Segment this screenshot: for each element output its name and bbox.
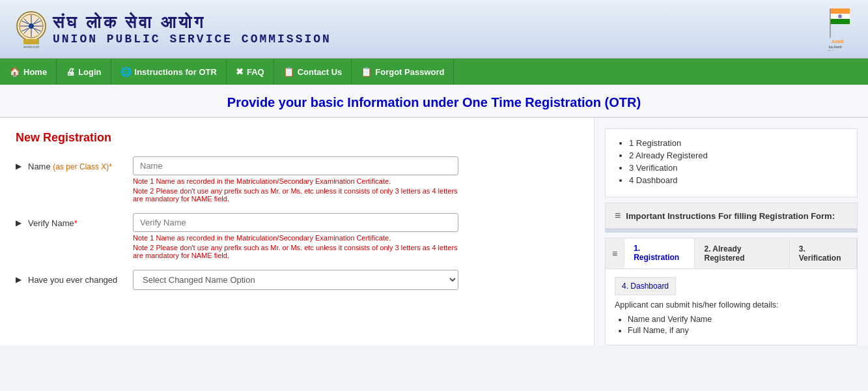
page-heading-section: Provide your basic Information under One… bbox=[0, 85, 868, 118]
svg-rect-15 bbox=[23, 39, 39, 44]
steps-list: 1 Registration 2 Already Registered 3 Ve… bbox=[616, 138, 847, 185]
svg-rect-17 bbox=[830, 8, 850, 14]
tab-content-heading: Applicant can submit his/her following d… bbox=[615, 300, 848, 310]
nav-login[interactable]: 🖨 Login bbox=[57, 59, 111, 85]
navbar: 🏠 Home 🖨 Login 🌐 Instructions for OTR ✖ … bbox=[0, 59, 868, 85]
hindi-title: संघ लोक सेवा आयोग bbox=[53, 13, 858, 33]
form-section-title: New Registration bbox=[16, 131, 578, 145]
contact-icon: 📋 bbox=[283, 66, 294, 77]
tab-verification[interactable]: 3. Verification bbox=[790, 239, 857, 268]
faq-icon: ✖ bbox=[236, 66, 244, 77]
tab-content: 4. Dashboard Applicant can submit his/he… bbox=[605, 268, 858, 345]
tab-hamburger-icon: ≡ bbox=[606, 243, 624, 264]
step-1: 1 Registration bbox=[629, 138, 847, 148]
verify-name-label-col: ▶ Verify Name* bbox=[16, 213, 133, 228]
changed-arrow-icon: ▶ bbox=[16, 275, 21, 284]
print-icon: 🖨 bbox=[66, 66, 75, 77]
changed-name-input-col: Select Changed Name Option bbox=[133, 270, 578, 290]
globe-icon: 🌐 bbox=[120, 66, 132, 77]
form-panel: New Registration ▶ Name (as per Class X)… bbox=[0, 118, 595, 345]
english-title: UNION PUBLIC SERVICE COMMISSION bbox=[53, 33, 858, 46]
name-arrow-icon: ▶ bbox=[16, 162, 21, 171]
step-2: 2 Already Registered bbox=[629, 151, 847, 160]
verify-name-input-col: Note 1 Name as recorded in the Matricula… bbox=[133, 213, 578, 259]
name-field-row: ▶ Name (as per Class X)* Note 1 Name as … bbox=[16, 156, 578, 203]
name-input-col: Note 1 Name as recorded in the Matricula… bbox=[133, 156, 578, 203]
nav-contact[interactable]: 📋 Contact Us bbox=[274, 59, 352, 85]
name-label-col: ▶ Name (as per Class X)* bbox=[16, 156, 133, 171]
tab-dashboard[interactable]: 4. Dashboard bbox=[615, 277, 676, 295]
sidebar-panel: 1 Registration 2 Already Registered 3 Ve… bbox=[595, 118, 868, 345]
name-note-1: Note 1 Name as recorded in the Matricula… bbox=[133, 177, 458, 185]
svg-text:Mahotsav: Mahotsav bbox=[828, 50, 843, 51]
step-3: 3 Verification bbox=[629, 163, 847, 173]
tab-content-item-2: Full Name, if any bbox=[628, 326, 848, 335]
name-input[interactable] bbox=[133, 156, 458, 175]
forgot-icon: 📋 bbox=[361, 66, 372, 77]
svg-text:सत्यमेव जयते: सत्यमेव जयते bbox=[23, 45, 39, 49]
tab-content-item-1: Name and Verify Name bbox=[628, 315, 848, 324]
main-content: New Registration ▶ Name (as per Class X)… bbox=[0, 118, 868, 345]
nav-faq[interactable]: ✖ FAQ bbox=[227, 59, 274, 85]
changed-name-field-row: ▶ Have you ever changed Select Changed N… bbox=[16, 270, 578, 290]
changed-name-label: Have you ever changed bbox=[28, 275, 117, 285]
expand-bar bbox=[605, 229, 858, 233]
changed-name-label-col: ▶ Have you ever changed bbox=[16, 270, 133, 285]
verify-arrow-icon: ▶ bbox=[16, 218, 21, 227]
verify-label: Verify Name* bbox=[28, 218, 77, 228]
svg-text:Azadi: Azadi bbox=[832, 39, 844, 44]
name-label: Name (as per Class X)* bbox=[28, 162, 112, 171]
svg-rect-19 bbox=[830, 19, 850, 24]
header: सत्यमेव जयते संघ लोक सेवा आयोग UNION PUB… bbox=[0, 0, 868, 59]
verify-note-2: Note 2 Please don't use any prefix such … bbox=[133, 244, 458, 259]
home-icon: 🏠 bbox=[9, 66, 20, 77]
step-4: 4 Dashboard bbox=[629, 175, 847, 185]
verify-name-input[interactable] bbox=[133, 213, 458, 232]
tab-already-registered[interactable]: 2. Already Registered bbox=[695, 239, 789, 268]
name-note-2: Note 2 Please don't use any prefix such … bbox=[133, 187, 458, 203]
svg-text:ka Amrit: ka Amrit bbox=[829, 45, 842, 49]
emblem-icon: सत्यमेव जयते bbox=[10, 8, 53, 50]
tabs-row: ≡ 1. Registration 2. Already Registered … bbox=[605, 238, 858, 268]
name-hint: (as per Class X)* bbox=[53, 162, 112, 171]
tab-content-list: Name and Verify Name Full Name, if any bbox=[615, 315, 848, 335]
instructions-header-text: Important Instructions For filling Regis… bbox=[626, 211, 835, 221]
instructions-header: ≡ Important Instructions For filling Reg… bbox=[605, 203, 858, 229]
svg-point-21 bbox=[838, 14, 842, 18]
azadi-icon: Azadi ka Amrit Mahotsav bbox=[807, 5, 856, 51]
nav-forgot-password[interactable]: 📋 Forgot Password bbox=[352, 59, 454, 85]
verify-note-1: Note 1 Name as recorded in the Matricula… bbox=[133, 234, 458, 242]
verify-name-field-row: ▶ Verify Name* Note 1 Name as recorded i… bbox=[16, 213, 578, 259]
page-title: Provide your basic Information under One… bbox=[13, 95, 855, 110]
changed-name-select[interactable]: Select Changed Name Option bbox=[133, 270, 458, 290]
header-title: संघ लोक सेवा आयोग UNION PUBLIC SERVICE C… bbox=[53, 13, 858, 46]
nav-instructions[interactable]: 🌐 Instructions for OTR bbox=[111, 59, 227, 85]
steps-box: 1 Registration 2 Already Registered 3 Ve… bbox=[605, 128, 858, 197]
azadi-badge: Azadi ka Amrit Mahotsav bbox=[805, 5, 858, 54]
hamburger-icon: ≡ bbox=[615, 210, 621, 222]
nav-home[interactable]: 🏠 Home bbox=[0, 59, 57, 85]
tab-registration[interactable]: 1. Registration bbox=[624, 239, 695, 268]
